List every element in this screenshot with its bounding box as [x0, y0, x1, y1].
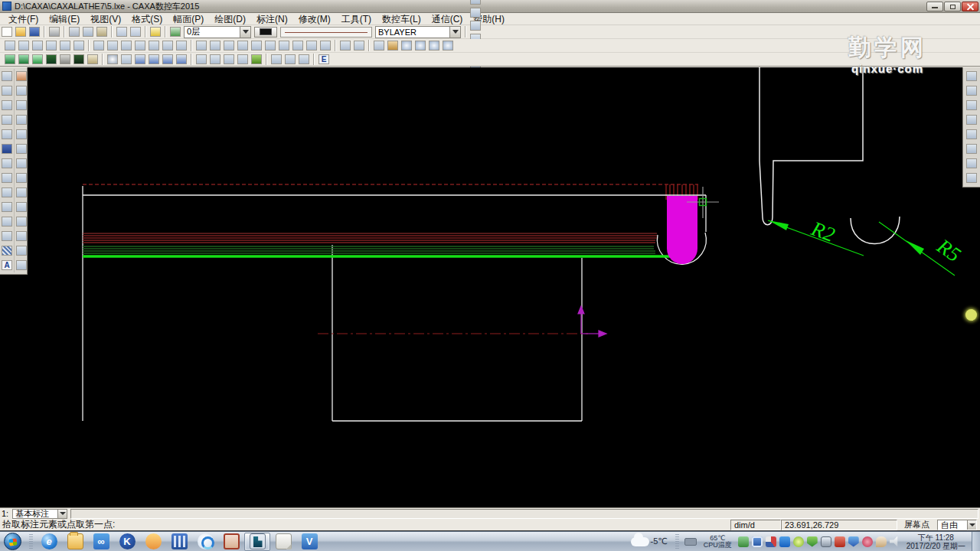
layer-manager-icon[interactable]: [168, 25, 182, 38]
tray-flower-icon[interactable]: [862, 536, 873, 547]
tray-volume-icon[interactable]: [890, 536, 900, 547]
mirror-icon[interactable]: [15, 113, 28, 126]
element-icon[interactable]: [147, 39, 161, 52]
menu-dimension[interactable]: 标注(N): [251, 14, 293, 25]
rectangle-icon[interactable]: [0, 171, 14, 184]
tray-360-shield-icon[interactable]: [807, 536, 818, 547]
spline-icon[interactable]: [0, 128, 14, 141]
color-picker-button[interactable]: [254, 27, 277, 37]
menu-edit[interactable]: 编辑(E): [44, 14, 85, 25]
print-icon[interactable]: [47, 25, 61, 38]
menu-sheet[interactable]: 幅面(P): [168, 14, 209, 25]
center-mark-icon[interactable]: [119, 53, 133, 66]
taskbar-ie[interactable]: e: [36, 533, 62, 551]
cut-icon[interactable]: [67, 25, 81, 38]
help-icon[interactable]: [149, 25, 162, 38]
menu-communication[interactable]: 通信(C): [426, 14, 469, 25]
zoom-in-icon[interactable]: [400, 39, 413, 52]
point-icon[interactable]: [0, 142, 14, 155]
taskbar-music-app[interactable]: [140, 533, 166, 551]
extend-icon[interactable]: [15, 215, 28, 228]
arc-icon[interactable]: [0, 113, 14, 126]
tray-device-icon[interactable]: [684, 538, 697, 546]
copy-icon[interactable]: [15, 157, 28, 170]
menu-view[interactable]: 视图(V): [85, 14, 126, 25]
process-tree-icon[interactable]: [965, 70, 978, 83]
tools-set-icon[interactable]: [236, 53, 250, 66]
tool-left-icon[interactable]: [147, 53, 161, 66]
taskbar-video-player[interactable]: [166, 533, 192, 551]
fillet-icon[interactable]: [15, 186, 28, 199]
restore-button[interactable]: [944, 2, 961, 11]
tray-display-icon[interactable]: [821, 536, 831, 547]
rough-turn-icon[interactable]: [17, 53, 31, 66]
menu-nc-lathe[interactable]: 数控车(L): [377, 14, 426, 25]
angle-icon[interactable]: [133, 39, 147, 52]
style-icon[interactable]: [72, 39, 86, 52]
node-snap-icon[interactable]: [106, 39, 119, 52]
menu-file[interactable]: 文件(F): [3, 14, 44, 25]
snap-mode-select[interactable]: 自由: [937, 520, 977, 530]
tray-clock[interactable]: 下午 11:28 2017/2/20 星期一: [906, 533, 965, 550]
zoom-prev-icon[interactable]: [441, 39, 455, 52]
menu-format[interactable]: 格式(S): [126, 14, 168, 25]
tray-chart-icon[interactable]: [766, 536, 776, 547]
ruler-icon[interactable]: [86, 53, 100, 66]
new-mill-icon[interactable]: [3, 53, 17, 66]
hatch-icon[interactable]: [0, 244, 14, 257]
circle-icon[interactable]: [0, 99, 14, 112]
dim-horizontal-icon[interactable]: [194, 39, 208, 52]
line-icon[interactable]: [0, 70, 14, 83]
paste-icon[interactable]: [95, 25, 109, 38]
taskbar-k-app[interactable]: K: [114, 533, 140, 551]
trim-icon[interactable]: [15, 171, 28, 184]
sketch-icon[interactable]: [0, 201, 14, 214]
layer-select[interactable]: 0层: [184, 26, 251, 38]
dim-round-icon[interactable]: [291, 39, 305, 52]
chamfer-icon[interactable]: [0, 230, 14, 243]
taskbar-image-viewer[interactable]: [218, 533, 244, 551]
tray-user-icon[interactable]: [738, 536, 749, 547]
redo-icon[interactable]: [129, 25, 142, 38]
zoom-out-icon[interactable]: [413, 39, 427, 52]
tray-sync-icon[interactable]: [793, 536, 804, 547]
locate-icon[interactable]: [175, 39, 188, 52]
dim-level-icon[interactable]: [250, 39, 263, 52]
snap-mode-arrow-icon[interactable]: [967, 520, 976, 530]
menu-modify[interactable]: 修改(M): [293, 14, 336, 25]
taskbar-v-app[interactable]: V: [296, 533, 322, 551]
dim-three-icon[interactable]: [318, 39, 332, 52]
show-desktop-button[interactable]: [972, 532, 980, 551]
pen-edit-icon[interactable]: [386, 39, 400, 52]
ellipse-icon[interactable]: [0, 157, 14, 170]
tool-down-icon[interactable]: [161, 53, 175, 66]
machine-sim-icon[interactable]: [965, 128, 978, 141]
e-command-icon[interactable]: E: [317, 53, 331, 66]
open-file-icon[interactable]: [14, 25, 28, 38]
zoom-window-icon[interactable]: [427, 39, 441, 52]
text-icon[interactable]: A: [0, 259, 14, 272]
thread-turn-icon[interactable]: [58, 53, 72, 66]
linetype-select[interactable]: BYLAYER: [375, 26, 461, 38]
coord-sys-icon[interactable]: [469, 19, 482, 32]
tool-up-icon[interactable]: [133, 53, 147, 66]
properties-icon[interactable]: [15, 259, 28, 272]
menu-draw[interactable]: 绘图(D): [209, 14, 251, 25]
new-file-icon[interactable]: [0, 25, 14, 38]
tool-path-icon[interactable]: [965, 99, 978, 112]
dim-text-icon[interactable]: [263, 39, 277, 52]
explode-icon[interactable]: [15, 244, 28, 257]
code-doc-icon[interactable]: [222, 53, 236, 66]
block-icon[interactable]: [3, 39, 17, 52]
polygon-icon[interactable]: [0, 186, 14, 199]
leaf-sim-icon[interactable]: [250, 53, 263, 66]
redraw-icon[interactable]: [372, 39, 386, 52]
taskbar-explorer[interactable]: [62, 533, 88, 551]
linetype-dropdown-arrow-icon[interactable]: [449, 27, 460, 37]
polyline-icon[interactable]: [0, 215, 14, 228]
erase-icon[interactable]: [15, 70, 28, 83]
minimize-button[interactable]: [926, 2, 943, 11]
groove-turn-icon[interactable]: [44, 53, 58, 66]
tray-list-icon[interactable]: [752, 536, 763, 547]
array-icon[interactable]: [15, 128, 28, 141]
